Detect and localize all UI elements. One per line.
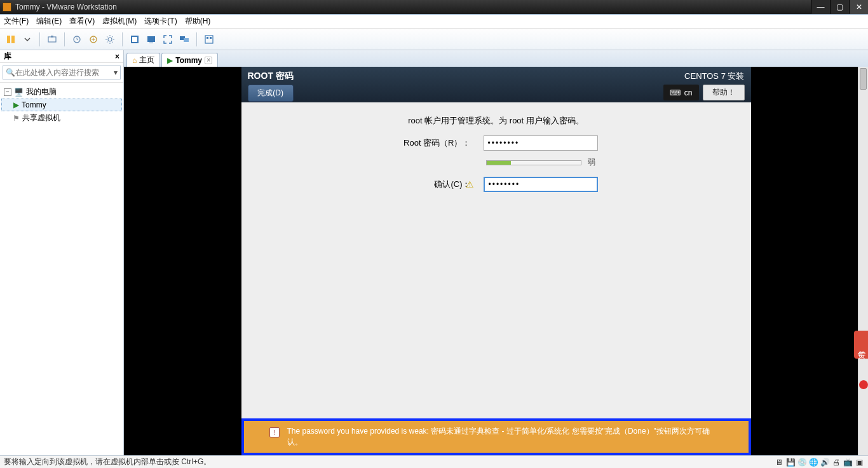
search-dropdown-icon[interactable]: ▾ <box>114 68 118 77</box>
centos-installer: ROOT 密码 完成(D) CENTOS 7 安装 ⌨ cn 帮助！ <box>241 67 751 455</box>
svg-rect-12 <box>184 38 189 42</box>
svg-rect-15 <box>210 37 212 39</box>
separator <box>196 32 197 46</box>
menu-vm[interactable]: 虚拟机(M) <box>102 16 137 27</box>
svg-rect-2 <box>48 37 56 42</box>
tree-root-mycomputer[interactable]: − 🖥️ 我的电脑 <box>1 85 122 99</box>
menu-help[interactable]: 帮助(H) <box>185 16 211 27</box>
svg-rect-9 <box>147 36 155 42</box>
separator <box>39 32 40 46</box>
tab-tommy[interactable]: ▶ Tommy × <box>161 53 218 67</box>
svg-rect-0 <box>7 36 10 43</box>
device-icon[interactable]: 🖨 <box>831 457 841 467</box>
status-message: 要将输入定向到该虚拟机，请在虚拟机内部单击或按 Ctrl+G。 <box>4 457 211 467</box>
alert-icon: ! <box>269 427 280 437</box>
strength-label: 弱 <box>588 157 595 168</box>
vm-scrollbar[interactable] <box>858 67 868 455</box>
instruction-text: root 帐户用于管理系统。为 root 用户输入密码。 <box>408 115 584 127</box>
library-close-icon[interactable]: × <box>115 52 119 61</box>
close-button[interactable]: ✕ <box>849 0 868 14</box>
power-dropdown[interactable] <box>20 32 34 46</box>
root-password-input[interactable] <box>484 135 598 151</box>
library-sidebar: 库 × 🔍 ▾ − 🖥️ 我的电脑 ▶ Tommy <box>0 50 124 455</box>
svg-rect-14 <box>207 37 208 39</box>
keyboard-icon: ⌨ <box>670 88 681 97</box>
warning-icon: ⚠ <box>466 179 594 189</box>
strength-meter <box>486 160 581 165</box>
tree-item-shared[interactable]: ⚑ 共享虚拟机 <box>1 111 122 125</box>
minimize-button[interactable]: — <box>811 0 830 14</box>
notification-bubble[interactable] <box>859 380 868 389</box>
device-icon[interactable]: 💿 <box>797 457 807 467</box>
menu-edit[interactable]: 编辑(E) <box>36 16 62 27</box>
fullscreen-button[interactable] <box>161 32 175 46</box>
snapshot-button[interactable] <box>45 32 59 46</box>
tree-label: Tommy <box>22 100 46 109</box>
multimonitor-button[interactable] <box>177 32 191 46</box>
unity-button[interactable] <box>128 32 142 46</box>
home-icon: ⌂ <box>132 56 137 65</box>
help-button[interactable]: 帮助！ <box>703 85 745 100</box>
svg-rect-13 <box>205 36 213 43</box>
snapshot-mgr-button[interactable] <box>86 32 100 46</box>
svg-rect-10 <box>149 43 153 43</box>
svg-rect-1 <box>11 36 15 43</box>
revert-button[interactable] <box>70 32 84 46</box>
window-titlebar: Tommy - VMware Workstation — ▢ ✕ <box>0 0 868 14</box>
device-icon[interactable]: 💾 <box>785 457 796 467</box>
kbd-layout: cn <box>684 88 693 97</box>
separator <box>64 32 65 46</box>
tab-home[interactable]: ⌂ 主页 <box>126 53 160 67</box>
tab-bar: ⌂ 主页 ▶ Tommy × <box>124 50 868 67</box>
device-icon[interactable]: ▣ <box>854 457 864 467</box>
tab-close-icon[interactable]: × <box>205 57 212 64</box>
thumbnail-button[interactable] <box>202 32 216 46</box>
menu-tabs[interactable]: 选项卡(T) <box>144 16 177 27</box>
page-title: ROOT 密码 <box>248 71 294 82</box>
tree-item-tommy[interactable]: ▶ Tommy <box>1 99 122 111</box>
confirm-password-label: 确认(C)： <box>395 179 471 190</box>
library-tree: − 🖥️ 我的电脑 ▶ Tommy ⚑ 共享虚拟机 <box>0 83 123 455</box>
search-input[interactable] <box>15 68 114 77</box>
svg-rect-8 <box>132 37 137 42</box>
tab-label: 主页 <box>139 55 154 65</box>
app-icon <box>3 3 11 11</box>
tab-label: Tommy <box>175 56 202 65</box>
shared-icon: ⚑ <box>13 114 20 123</box>
tree-label: 共享虚拟机 <box>22 113 60 123</box>
device-icon[interactable]: 🖥 <box>774 457 784 467</box>
separator <box>122 32 123 46</box>
status-bar: 要将输入定向到该虚拟机，请在虚拟机内部单击或按 Ctrl+G。 🖥 💾 💿 🌐 … <box>0 455 868 468</box>
device-icon[interactable]: 🌐 <box>808 457 818 467</box>
menubar: 文件(F) 编辑(E) 查看(V) 虚拟机(M) 选项卡(T) 帮助(H) <box>0 15 868 29</box>
warning-text: The password you have provided is weak: … <box>287 426 723 448</box>
vm-viewport[interactable]: ROOT 密码 完成(D) CENTOS 7 安装 ⌨ cn 帮助！ <box>124 67 868 455</box>
svg-rect-3 <box>51 36 53 38</box>
power-on-button[interactable] <box>4 32 18 46</box>
menu-view[interactable]: 查看(V) <box>69 16 95 27</box>
promo-widget[interactable]: 年货 <box>854 331 868 359</box>
keyboard-indicator[interactable]: ⌨ cn <box>663 85 699 100</box>
search-icon: 🔍 <box>6 68 15 77</box>
console-button[interactable] <box>144 32 158 46</box>
vm-icon: ▶ <box>13 100 19 109</box>
window-title: Tommy - VMware Workstation <box>15 3 811 11</box>
vm-run-icon: ▶ <box>167 56 173 65</box>
done-button[interactable]: 完成(D) <box>248 85 294 102</box>
library-search[interactable]: 🔍 ▾ <box>3 65 121 79</box>
maximize-button[interactable]: ▢ <box>830 0 849 14</box>
root-password-label: Root 密码（R）： <box>395 137 471 149</box>
settings-button[interactable] <box>103 32 117 46</box>
warning-bar: ! The password you have provided is weak… <box>241 418 751 455</box>
collapse-icon[interactable]: − <box>4 88 11 96</box>
svg-point-6 <box>108 38 112 41</box>
tree-label: 我的电脑 <box>26 86 57 97</box>
menu-file[interactable]: 文件(F) <box>4 16 29 27</box>
computer-icon: 🖥️ <box>14 88 24 97</box>
toolbar <box>0 29 868 50</box>
library-title: 库 <box>4 51 115 62</box>
distro-label: CENTOS 7 安装 <box>684 71 744 82</box>
device-icon[interactable]: 🔊 <box>820 457 830 467</box>
device-icon[interactable]: 📺 <box>843 457 853 467</box>
